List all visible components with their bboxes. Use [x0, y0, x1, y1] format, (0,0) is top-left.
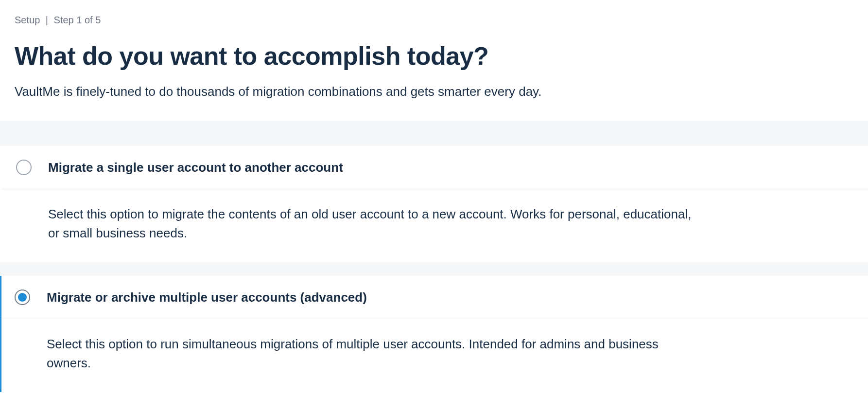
- page-subtitle: VaultMe is finely-tuned to do thousands …: [15, 82, 853, 101]
- option-body: Select this option to migrate the conten…: [1, 189, 868, 262]
- radio-inner-icon: [18, 293, 27, 302]
- page-title: What do you want to accomplish today?: [15, 41, 853, 71]
- option-body: Select this option to run simultaneous m…: [1, 319, 868, 392]
- option-header[interactable]: Migrate a single user account to another…: [1, 146, 868, 189]
- spacer-band: [0, 121, 868, 146]
- option-title: Migrate a single user account to another…: [48, 160, 343, 175]
- breadcrumb: Setup | Step 1 of 5: [15, 15, 853, 26]
- radio-button[interactable]: [16, 160, 32, 175]
- breadcrumb-separator: |: [46, 15, 48, 25]
- gap-band: [0, 262, 868, 276]
- breadcrumb-step: Step 1 of 5: [54, 15, 101, 25]
- option-multiple-accounts[interactable]: Migrate or archive multiple user account…: [0, 276, 868, 392]
- option-description: Select this option to migrate the conten…: [48, 205, 699, 243]
- breadcrumb-section: Setup: [15, 15, 40, 25]
- option-description: Select this option to run simultaneous m…: [47, 335, 698, 373]
- option-header[interactable]: Migrate or archive multiple user account…: [1, 276, 868, 319]
- option-title: Migrate or archive multiple user account…: [47, 290, 367, 305]
- header-section: Setup | Step 1 of 5 What do you want to …: [0, 0, 868, 121]
- option-single-account[interactable]: Migrate a single user account to another…: [0, 146, 868, 262]
- radio-button[interactable]: [15, 289, 30, 305]
